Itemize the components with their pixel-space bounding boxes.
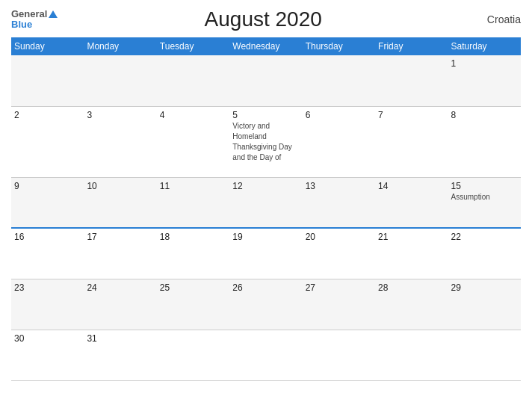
table-row: 1: [11, 55, 521, 106]
col-tuesday: Tuesday: [157, 37, 229, 55]
day-cell-holiday: 15 Assumption: [448, 177, 521, 228]
day-cell: 10: [84, 177, 156, 228]
day-cell: 22: [448, 228, 521, 279]
day-cell: [157, 55, 229, 106]
col-friday: Friday: [375, 37, 448, 55]
calendar-table: Sunday Monday Tuesday Wednesday Thursday…: [11, 37, 521, 381]
calendar-header: General Blue August 2020 Croatia: [11, 7, 521, 31]
day-cell: 25: [157, 279, 229, 330]
table-row: 16 17 18 19 20 21 22: [11, 228, 521, 279]
table-row: 2 3 4 5 Victory and Homeland Thanksgivin…: [11, 106, 521, 177]
day-cell: 16: [11, 228, 84, 279]
calendar-page: General Blue August 2020 Croatia Sunday …: [0, 0, 532, 411]
day-cell: [229, 330, 302, 380]
table-row: 30 31: [11, 330, 521, 380]
logo-general-text: General: [11, 9, 47, 19]
day-cell: 19: [229, 228, 302, 279]
calendar-header-row: Sunday Monday Tuesday Wednesday Thursday…: [11, 37, 521, 55]
day-cell: 13: [303, 177, 375, 228]
day-cell: 12: [229, 177, 302, 228]
day-cell: 1: [448, 55, 521, 106]
col-sunday: Sunday: [11, 37, 84, 55]
table-row: 23 24 25 26 27 28 29: [11, 279, 521, 330]
day-cell: 26: [229, 279, 302, 330]
logo-blue-text: Blue: [11, 19, 32, 30]
col-thursday: Thursday: [303, 37, 375, 55]
day-cell: 21: [375, 228, 448, 279]
country-label: Croatia: [468, 13, 521, 25]
day-cell: [375, 330, 448, 380]
day-cell: 24: [84, 279, 156, 330]
day-cell: [11, 55, 84, 106]
day-cell: [157, 330, 229, 380]
day-cell: [303, 330, 375, 380]
logo-triangle-icon: [49, 10, 58, 18]
day-cell: [229, 55, 302, 106]
day-cell: 6: [303, 106, 375, 177]
day-cell: 17: [84, 228, 156, 279]
day-cell: 20: [303, 228, 375, 279]
col-monday: Monday: [84, 37, 156, 55]
day-cell: 4: [157, 106, 229, 177]
day-cell: 29: [448, 279, 521, 330]
day-cell: [84, 55, 156, 106]
calendar-title: August 2020: [58, 7, 468, 31]
day-cell: [303, 55, 375, 106]
day-cell: 23: [11, 279, 84, 330]
logo: General Blue: [11, 9, 58, 31]
day-cell: [375, 55, 448, 106]
day-cell-holiday: 5 Victory and Homeland Thanksgiving Day …: [229, 106, 302, 177]
day-cell: 7: [375, 106, 448, 177]
day-cell: 3: [84, 106, 156, 177]
calendar-body: 1 2 3 4 5 Victory and Homeland Thanksgiv…: [11, 55, 521, 380]
day-cell: [448, 330, 521, 380]
day-cell: 11: [157, 177, 229, 228]
day-cell: 27: [303, 279, 375, 330]
day-cell: 30: [11, 330, 84, 380]
day-cell: 2: [11, 106, 84, 177]
day-cell: 31: [84, 330, 156, 380]
day-cell: 28: [375, 279, 448, 330]
day-cell: 14: [375, 177, 448, 228]
day-cell: 9: [11, 177, 84, 228]
col-wednesday: Wednesday: [229, 37, 302, 55]
day-cell: 8: [448, 106, 521, 177]
col-saturday: Saturday: [448, 37, 521, 55]
day-cell: 18: [157, 228, 229, 279]
table-row: 9 10 11 12 13 14 15 Assumption: [11, 177, 521, 228]
